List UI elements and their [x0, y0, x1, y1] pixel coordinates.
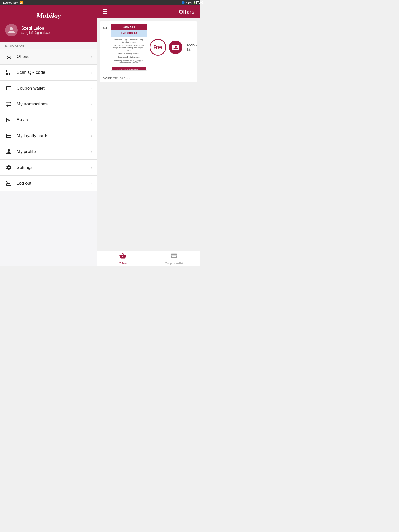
loyalty-icon [5, 132, 12, 139]
sidebar-item-scan-qr[interactable]: Scan QR code › [0, 65, 97, 81]
promo-card-body: Korlátozott ideig a Prémium csomag 1 évr… [111, 37, 147, 66]
bottom-tabbar: Offers Coupon wallet [97, 251, 200, 266]
sidebar-header: Mobiloy Szegi Lajos szegila1@gmail.com [0, 5, 97, 42]
sidebar: Mobiloy Szegi Lajos szegila1@gmail.com N… [0, 5, 97, 266]
sidebar-item-my-profile[interactable]: My profile › [0, 144, 97, 160]
chevron-right-icon: › [91, 134, 92, 138]
promo-card-header: Early Bird [111, 24, 147, 30]
sidebar-item-log-out-label: Log out [17, 181, 87, 186]
basket-icon [5, 53, 12, 60]
chevron-right-icon: › [91, 54, 92, 59]
promo-body-1: Korlátozott ideig a Prémium csomag 1 évr… [112, 38, 145, 43]
status-bar-right: 🔵 41% 🔋 [181, 1, 196, 4]
chevron-right-icon: › [91, 70, 92, 75]
coupon-tab-icon [170, 252, 178, 261]
svg-rect-1 [7, 119, 8, 120]
sidebar-item-coupon-wallet-label: Coupon wallet [17, 86, 87, 91]
sidebar-item-my-loyalty-cards[interactable]: My loyalty cards › [0, 128, 97, 144]
profile-icon [5, 148, 12, 155]
sidebar-item-settings-label: Settings [17, 165, 87, 170]
chevron-right-icon: › [91, 118, 92, 122]
app-logo: Mobiloy [36, 11, 61, 20]
sidebar-item-my-loyalty-cards-label: My loyalty cards [17, 133, 87, 138]
sidebar-item-scan-qr-label: Scan QR code [17, 70, 87, 75]
sidebar-user: Szegi Lajos szegila1@gmail.com [5, 24, 92, 36]
promo-body-3: Prémium csomag funkciók [112, 52, 145, 55]
wifi-icon: 📶 [19, 1, 23, 4]
offer-card-inner: ✂ Early Bird 120.000 Ft Korlátozott idei… [100, 21, 197, 74]
chevron-right-icon: › [91, 149, 92, 154]
promo-card-button: Légy velünk kapcsolatba [112, 67, 146, 71]
offer-images: Early Bird 120.000 Ft Korlátozott ideig … [111, 24, 197, 71]
promo-body-4: Garancián 1 évig ingyenes [112, 56, 145, 58]
status-bar-time: 17:01 [196, 1, 200, 4]
transactions-icon [5, 101, 12, 108]
battery-label: 41% [186, 1, 192, 4]
topbar-title: Offers [179, 9, 194, 15]
nav-section-label: NAVIGATION [0, 42, 97, 49]
sidebar-user-info: Szegi Lajos szegila1@gmail.com [21, 26, 52, 35]
offer-card[interactable]: ✂ Early Bird 120.000 Ft Korlátozott idei… [100, 21, 197, 82]
status-bar-left: Locked SIM 📶 [3, 1, 23, 4]
tab-offers[interactable]: Offers [97, 251, 149, 266]
offer-promo-card: Early Bird 120.000 Ft Korlátozott ideig … [111, 24, 147, 71]
sidebar-item-my-profile-label: My profile [17, 149, 87, 154]
chevron-right-icon: › [91, 102, 92, 107]
status-bar: Locked SIM 📶 17:01 🔵 41% 🔋 [0, 0, 200, 5]
basket-tab-icon [119, 252, 127, 261]
topbar: ☰ Offers [97, 5, 200, 18]
bluetooth-icon: 🔵 [181, 1, 185, 4]
tab-coupon-wallet-label: Coupon wallet [165, 262, 183, 265]
wallet-icon [5, 85, 12, 92]
offer-validity: Valid: 2017-09-30 [100, 74, 197, 82]
promo-body-2: Légy első partnereink egyike és szerezd … [112, 44, 145, 52]
tab-coupon-wallet[interactable]: Coupon wallet [149, 251, 200, 266]
user-name: Szegi Lajos [21, 26, 52, 31]
sidebar-item-offers[interactable]: Offers › [0, 49, 97, 65]
free-badge: Free [150, 39, 166, 56]
sidebar-item-settings[interactable]: Settings › [0, 160, 97, 176]
sidebar-item-my-transactions[interactable]: My transactions › [0, 96, 97, 112]
offer-partner-label: Mobiloy Lt... [185, 43, 197, 52]
locked-sim-label: Locked SIM [3, 1, 18, 4]
sidebar-item-e-card[interactable]: E-card › [0, 112, 97, 128]
content-area: ✂ Early Bird 120.000 Ft Korlátozott idei… [97, 18, 200, 251]
user-email: szegila1@gmail.com [21, 31, 52, 35]
chevron-right-icon: › [91, 181, 92, 186]
qr-icon [5, 69, 12, 76]
settings-icon [5, 164, 12, 171]
mobiloy-badge-icon [172, 43, 179, 51]
main-content: ☰ Offers ✂ Early Bird 120.000 Ft Korláto… [97, 5, 200, 266]
ecard-icon [5, 116, 12, 124]
mobiloy-badge [169, 41, 182, 54]
chevron-right-icon: › [91, 165, 92, 170]
app-container: Mobiloy Szegi Lajos szegila1@gmail.com N… [0, 5, 200, 266]
sidebar-item-offers-label: Offers [17, 54, 87, 59]
sidebar-item-e-card-label: E-card [17, 117, 87, 123]
chevron-right-icon: › [91, 86, 92, 91]
user-avatar-icon [8, 26, 15, 34]
tab-offers-label: Offers [119, 262, 127, 265]
sidebar-item-coupon-wallet[interactable]: Coupon wallet › [0, 81, 97, 96]
sidebar-item-my-transactions-label: My transactions [17, 102, 87, 107]
avatar [5, 24, 18, 36]
promo-body-5: Marketing tanácsadás, hogy hogyan készít… [112, 59, 145, 64]
logout-icon [5, 180, 12, 187]
svg-rect-0 [7, 119, 8, 119]
scissors-icon: ✂ [103, 24, 108, 31]
sidebar-item-log-out[interactable]: Log out › [0, 176, 97, 191]
promo-card-price: 120.000 Ft [111, 30, 147, 37]
hamburger-menu-button[interactable]: ☰ [103, 8, 108, 15]
